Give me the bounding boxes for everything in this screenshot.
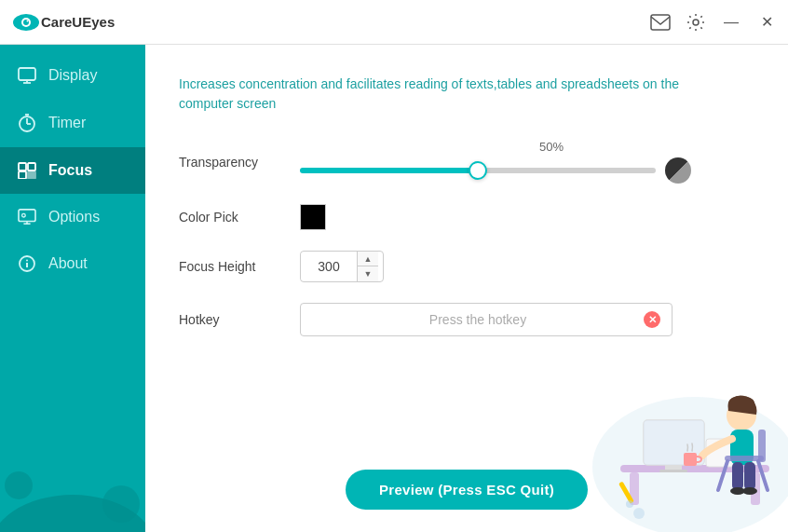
content-area: Increases concentration and facilitates …: [145, 45, 788, 532]
sidebar-item-timer[interactable]: Timer: [0, 99, 145, 147]
svg-rect-4: [651, 15, 670, 30]
close-button[interactable]: ✕: [756, 12, 777, 33]
focus-height-label: Focus Height: [179, 259, 300, 274]
svg-point-36: [727, 401, 756, 430]
display-icon: [17, 67, 37, 84]
hotkey-label: Hotkey: [179, 312, 300, 327]
spinner-down[interactable]: ▼: [358, 266, 378, 281]
svg-point-3: [27, 20, 29, 21]
svg-rect-6: [19, 68, 35, 80]
title-bar: CareUEyes — ✕: [0, 0, 788, 45]
svg-rect-15: [19, 171, 26, 179]
spinner-arrows: ▲ ▼: [357, 252, 378, 281]
hotkey-container[interactable]: Press the hotkey ✕: [300, 303, 673, 336]
hotkey-placeholder: Press the hotkey: [312, 312, 644, 327]
spinner-up[interactable]: ▲: [358, 252, 378, 266]
sidebar-item-display[interactable]: Display: [0, 52, 145, 99]
sidebar-label-focus: Focus: [48, 162, 92, 179]
focus-height-row: Focus Height 300 ▲ ▼: [179, 251, 754, 282]
options-icon: [17, 209, 37, 225]
svg-point-37: [728, 396, 754, 411]
hotkey-clear-button[interactable]: ✕: [644, 311, 660, 328]
brightness-icon: [665, 157, 691, 184]
timer-icon: [17, 114, 37, 132]
color-swatch[interactable]: [300, 204, 326, 230]
svg-point-26: [102, 485, 140, 523]
preview-button[interactable]: Preview (Press ESC Quit): [346, 470, 588, 510]
sidebar: Display Timer: [0, 45, 145, 532]
focus-height-input[interactable]: 300: [301, 253, 357, 280]
transparency-slider[interactable]: [300, 168, 656, 173]
sidebar-item-about[interactable]: About: [0, 240, 145, 287]
svg-point-23: [26, 260, 28, 262]
sidebar-decoration: [0, 457, 145, 532]
svg-rect-16: [28, 171, 35, 179]
svg-line-47: [758, 461, 768, 490]
transparency-value: 50%: [412, 140, 691, 154]
app-title: CareUEyes: [41, 14, 650, 30]
svg-rect-17: [19, 210, 35, 222]
color-pick-label: Color Pick: [179, 210, 300, 225]
focus-icon: [17, 162, 37, 179]
preview-button-container: Preview (Press ESC Quit): [179, 451, 754, 510]
slider-thumb[interactable]: [469, 161, 487, 180]
sidebar-label-timer: Timer: [48, 115, 86, 131]
svg-point-5: [693, 20, 699, 25]
svg-rect-45: [758, 430, 766, 462]
hotkey-row: Hotkey Press the hotkey ✕: [179, 303, 754, 336]
sidebar-label-options: Options: [48, 209, 100, 225]
slider-row: [300, 157, 691, 184]
app-logo: [11, 7, 41, 37]
sidebar-label-about: About: [48, 255, 88, 272]
transparency-row: Transparency 50%: [179, 140, 754, 184]
svg-rect-13: [19, 163, 26, 171]
sidebar-label-display: Display: [48, 67, 97, 84]
transparency-label: Transparency: [179, 155, 300, 170]
focus-description: Increases concentration and facilitates …: [179, 75, 700, 114]
email-icon[interactable]: [650, 12, 671, 33]
transparency-slider-container: 50%: [300, 140, 691, 184]
svg-point-20: [22, 213, 26, 217]
sidebar-item-options[interactable]: Options: [0, 194, 145, 240]
color-pick-row: Color Pick: [179, 204, 754, 230]
focus-height-spinner: 300 ▲ ▼: [300, 251, 384, 282]
title-bar-actions: — ✕: [650, 12, 777, 33]
settings-icon[interactable]: [686, 12, 706, 33]
svg-point-25: [5, 471, 33, 499]
minimize-button[interactable]: —: [721, 12, 741, 33]
about-icon: [17, 255, 37, 272]
main-layout: Display Timer: [0, 45, 788, 532]
sidebar-item-focus[interactable]: Focus: [0, 147, 145, 194]
svg-rect-14: [28, 163, 35, 171]
